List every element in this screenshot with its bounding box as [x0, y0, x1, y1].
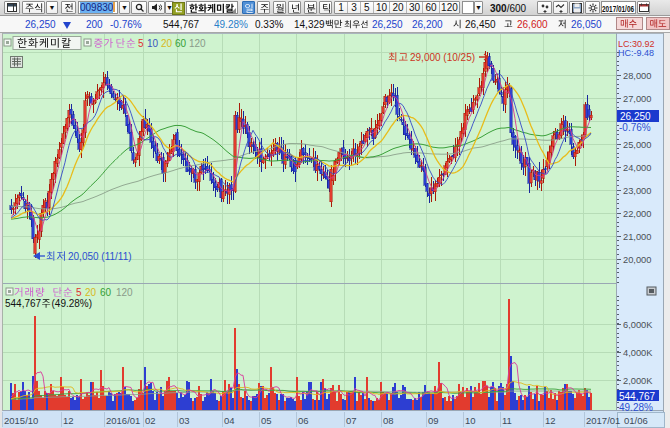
svg-text:2016/01: 2016/01	[106, 415, 140, 426]
svg-text:-0.76%: -0.76%	[619, 122, 651, 133]
svg-text:29,000 (10/25): 29,000 (10/25)	[410, 52, 475, 63]
svg-text:544,767: 544,767	[5, 298, 42, 309]
svg-text:27,000: 27,000	[623, 94, 651, 104]
svg-text:HC:-9.48: HC:-9.48	[618, 48, 654, 58]
svg-text:5: 5	[138, 38, 144, 49]
svg-text:02: 02	[145, 415, 156, 426]
svg-text:2015/10: 2015/10	[4, 415, 38, 426]
svg-text:60: 60	[175, 38, 187, 49]
svg-text:6,000K: 6,000K	[623, 320, 653, 330]
svg-text:4,000K: 4,000K	[623, 348, 653, 358]
svg-text:12: 12	[545, 415, 556, 426]
svg-text:60: 60	[100, 287, 112, 298]
svg-text:05: 05	[261, 415, 272, 426]
svg-text:04: 04	[224, 415, 235, 426]
svg-text:08: 08	[383, 415, 394, 426]
svg-text:20,000: 20,000	[623, 255, 651, 265]
svg-text:120: 120	[116, 287, 133, 298]
svg-text:23,000: 23,000	[623, 186, 651, 196]
svg-text:2,000K: 2,000K	[623, 376, 653, 386]
svg-text:544,767: 544,767	[619, 391, 656, 402]
svg-text:12: 12	[63, 415, 74, 426]
svg-text:10: 10	[147, 38, 159, 49]
svg-text:25,000: 25,000	[623, 140, 651, 150]
svg-text:03: 03	[179, 415, 190, 426]
svg-text:2017/01: 2017/01	[586, 415, 620, 426]
svg-text:10: 10	[465, 415, 476, 426]
svg-text:(49.28%): (49.28%)	[52, 298, 93, 309]
svg-text:06: 06	[298, 415, 309, 426]
svg-text:120: 120	[189, 38, 206, 49]
svg-text:24,000: 24,000	[623, 163, 651, 173]
svg-text:22,000: 22,000	[623, 209, 651, 219]
svg-text:20: 20	[85, 287, 97, 298]
svg-text:26,250: 26,250	[620, 111, 651, 122]
svg-text:01/06: 01/06	[624, 415, 648, 426]
svg-text:07: 07	[346, 415, 357, 426]
svg-text:21,000: 21,000	[623, 232, 651, 242]
svg-text:11: 11	[502, 415, 512, 426]
svg-text:09: 09	[428, 415, 439, 426]
svg-text:20: 20	[161, 38, 173, 49]
svg-text:5: 5	[76, 287, 82, 298]
svg-text:28,000: 28,000	[623, 71, 651, 81]
svg-text:49.28%: 49.28%	[619, 402, 653, 413]
svg-text:20,050 (11/11): 20,050 (11/11)	[68, 251, 132, 262]
